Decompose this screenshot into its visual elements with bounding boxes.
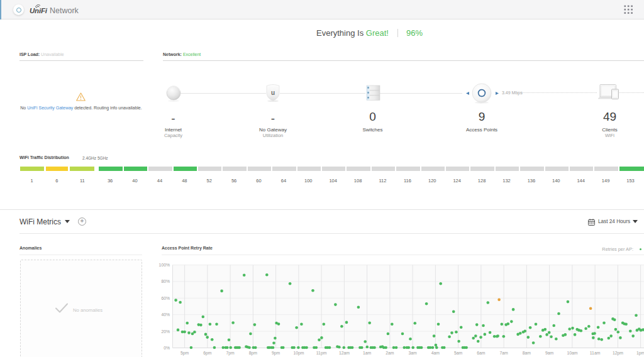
svg-text:11am: 11am bbox=[590, 351, 601, 355]
svg-text:0%: 0% bbox=[164, 346, 170, 350]
svg-text:12pm: 12pm bbox=[613, 351, 623, 356]
svg-text:2am: 2am bbox=[386, 351, 394, 355]
svg-text:6pm: 6pm bbox=[203, 351, 212, 356]
svg-text:1am: 1am bbox=[363, 351, 372, 355]
svg-text:6am: 6am bbox=[477, 351, 486, 355]
svg-text:12am: 12am bbox=[339, 351, 350, 355]
svg-text:10am: 10am bbox=[567, 351, 577, 355]
svg-text:60%: 60% bbox=[161, 296, 170, 300]
svg-text:5pm: 5pm bbox=[180, 351, 189, 356]
svg-text:1pm: 1pm bbox=[636, 351, 644, 356]
svg-text:5am: 5am bbox=[454, 351, 463, 355]
svg-text:4am: 4am bbox=[431, 351, 440, 355]
svg-text:7am: 7am bbox=[499, 351, 508, 355]
svg-text:11pm: 11pm bbox=[316, 351, 327, 356]
svg-text:9pm: 9pm bbox=[272, 351, 280, 356]
svg-text:3am: 3am bbox=[408, 351, 417, 355]
svg-text:9am: 9am bbox=[545, 351, 554, 355]
svg-text:80%: 80% bbox=[161, 279, 170, 283]
svg-text:10pm: 10pm bbox=[293, 351, 304, 356]
svg-text:8am: 8am bbox=[523, 351, 531, 355]
svg-text:100%: 100% bbox=[159, 263, 170, 267]
svg-text:40%: 40% bbox=[161, 312, 170, 317]
svg-text:20%: 20% bbox=[161, 329, 170, 334]
svg-text:7pm: 7pm bbox=[226, 351, 235, 356]
svg-text:8pm: 8pm bbox=[249, 351, 258, 356]
